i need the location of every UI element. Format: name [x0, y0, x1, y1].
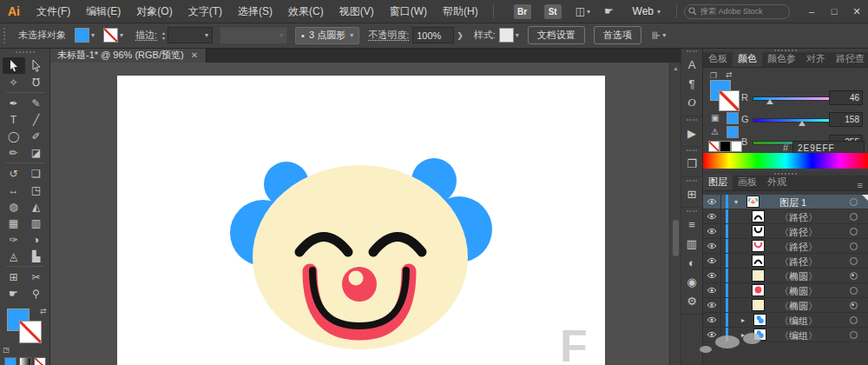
visibility-eye-icon[interactable]	[703, 224, 721, 238]
minimize-button[interactable]: –	[800, 0, 823, 23]
target-circle-icon[interactable]	[850, 257, 858, 265]
ellipse-tool[interactable]: ◯	[3, 128, 25, 144]
slice-tool[interactable]: ✂	[25, 269, 48, 285]
slider-value-r[interactable]: 46	[829, 90, 863, 105]
layers-tab-图层[interactable]: 图层	[703, 174, 733, 190]
free-transform-tool[interactable]: ◳	[25, 182, 48, 198]
visibility-eye-icon[interactable]	[703, 298, 721, 312]
slider-handle-g[interactable]	[799, 121, 806, 126]
fill-caret-icon[interactable]: ▾	[91, 31, 95, 39]
hand-tool[interactable]: ☛	[3, 285, 25, 302]
column-graph-tool[interactable]: ▙	[25, 248, 48, 264]
sublayer-row[interactable]: 〈椭圆〉	[703, 269, 868, 283]
visibility-eye-icon[interactable]	[703, 283, 721, 297]
menu-s[interactable]: 选择(S)	[230, 0, 280, 23]
visibility-eye-icon[interactable]	[703, 254, 721, 268]
sublayer-row[interactable]: 〈路径〉	[703, 254, 868, 269]
target-circle-icon[interactable]	[850, 272, 858, 280]
scrollbar-thumb[interactable]	[673, 220, 679, 256]
type-tool[interactable]: T	[3, 111, 25, 128]
paintbrush-tool[interactable]: ✐	[25, 128, 48, 144]
magic-wand-tool[interactable]: ✧	[3, 74, 25, 90]
workspace-switcher-icon[interactable]: ◫▾	[575, 5, 590, 17]
target-circle-icon[interactable]	[850, 316, 858, 324]
sublayer-row[interactable]: 〈路径〉	[703, 224, 868, 239]
fill-color-swatch[interactable]	[75, 28, 89, 43]
color-tab-对齐[interactable]: 对齐	[801, 50, 831, 67]
menu-v[interactable]: 视图(V)	[332, 0, 382, 23]
visibility-eye-icon[interactable]	[703, 209, 721, 223]
selection-tool[interactable]	[3, 57, 25, 74]
workspace-dropdown[interactable]: Web▾	[633, 5, 661, 17]
gradient-panel-icon[interactable]: ▥	[681, 234, 702, 253]
opacity-label[interactable]: 不透明度:	[368, 29, 409, 42]
pen-tool[interactable]: ✒	[3, 95, 25, 111]
stroke-panel-icon[interactable]: ≡	[681, 215, 702, 234]
visibility-eye-icon[interactable]	[703, 313, 721, 327]
brush-definition-combo[interactable]: • 3 点圆形 ▾	[295, 27, 359, 44]
target-circle-icon[interactable]	[850, 213, 858, 221]
web-safe-cube-icon[interactable]: ▣	[711, 113, 719, 123]
gamut-warning-icon[interactable]: ⚠	[711, 127, 719, 136]
eraser-tool[interactable]: ◪	[25, 144, 48, 161]
gamut-swatch[interactable]	[727, 126, 739, 138]
eyedropper-tool[interactable]: ✑	[3, 231, 25, 248]
style-swatch[interactable]	[499, 28, 514, 43]
color-tab-路径查[interactable]: 路径查	[831, 50, 868, 67]
black-chip[interactable]	[720, 141, 731, 152]
document-setup-button[interactable]: 文档设置	[528, 26, 585, 44]
visibility-eye-icon[interactable]	[703, 239, 721, 253]
stroke-weight-combo[interactable]: ▾	[168, 27, 213, 43]
menu-t[interactable]: 文字(T)	[181, 0, 230, 23]
web-safe-swatch[interactable]	[727, 112, 739, 124]
color-tab-色板[interactable]: 色板	[703, 50, 733, 67]
transform-panel-icon[interactable]: ⊞	[681, 184, 702, 203]
swap-fill-stroke-icon[interactable]: ⇄	[40, 307, 47, 315]
stroke-color-swatch[interactable]	[103, 28, 118, 43]
perspective-grid-tool[interactable]: ◭	[25, 198, 48, 215]
layer-row[interactable]: ▾图层 1	[703, 195, 868, 209]
actions-panel-icon[interactable]: ▶	[681, 123, 702, 143]
symbols-panel-icon[interactable]: ◉	[681, 272, 702, 291]
target-circle-icon[interactable]	[850, 331, 858, 339]
maximize-button[interactable]: □	[823, 0, 845, 23]
collapse-chevron-icon[interactable]: ▸	[741, 316, 745, 324]
curvature-tool[interactable]: ✎	[25, 95, 48, 111]
sublayer-row[interactable]: ▸〈编组〉	[703, 313, 868, 328]
mesh-tool[interactable]: ▦	[3, 215, 25, 231]
gradient-mode-button[interactable]	[19, 357, 31, 365]
menu-h[interactable]: 帮助(H)	[435, 0, 486, 23]
artboard-tool[interactable]: ⊞	[3, 269, 25, 285]
gradient-tool[interactable]: ▥	[25, 215, 48, 231]
visibility-eye-icon[interactable]	[703, 195, 721, 209]
zoom-tool[interactable]: ⚲	[25, 285, 48, 302]
menu-w[interactable]: 窗口(W)	[382, 0, 435, 23]
layers-panel-menu-icon[interactable]: ≡	[852, 180, 868, 190]
links-panel-icon[interactable]: ❐	[681, 154, 702, 173]
bridge-button[interactable]: Br	[514, 4, 531, 19]
target-circle-icon[interactable]	[850, 228, 858, 236]
none-mode-button[interactable]	[34, 357, 46, 365]
preferences-button[interactable]: 首选项	[594, 26, 641, 44]
symbol-sprayer-tool[interactable]: ◬	[3, 248, 25, 264]
stroke-weight-label[interactable]: 描边:	[135, 29, 157, 42]
paragraph-panel-icon[interactable]: ¶	[681, 74, 702, 93]
sublayer-row[interactable]: 〈椭圆〉	[703, 298, 868, 313]
vertical-scrollbar[interactable]: ▴	[669, 63, 681, 365]
transparency-panel-icon[interactable]: ◐	[681, 253, 702, 272]
visibility-eye-icon[interactable]	[703, 269, 721, 282]
panel-options-icon[interactable]: ⊪▾	[652, 30, 666, 42]
canvas[interactable]: ▴	[49, 63, 682, 365]
expand-chevron-icon[interactable]: ▾	[734, 198, 738, 206]
color-tab-颜色参[interactable]: 颜色参	[762, 50, 801, 67]
default-fill-stroke-icon[interactable]: ◳	[3, 346, 10, 354]
blend-tool[interactable]: ◑	[25, 231, 48, 248]
rotate-tool[interactable]: ↺	[3, 165, 25, 182]
white-chip[interactable]	[731, 141, 742, 152]
color-spectrum-bar[interactable]	[703, 153, 868, 169]
stroke-caret-icon[interactable]: ▾	[120, 31, 123, 39]
sublayer-row[interactable]: 〈路径〉	[703, 209, 868, 224]
document-tab[interactable]: 未标题-1* @ 96% (RGB/预览) ✕	[49, 48, 207, 63]
shape-builder-tool[interactable]: ◍	[3, 198, 25, 215]
graphic-styles-panel-icon[interactable]: ⚙	[681, 291, 702, 310]
